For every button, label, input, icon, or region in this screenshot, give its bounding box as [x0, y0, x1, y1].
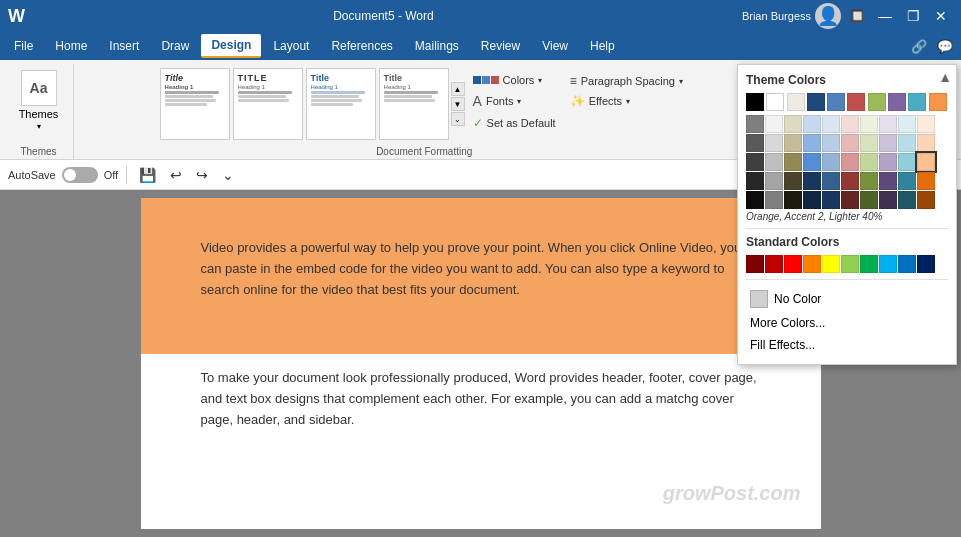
- shade-1-5[interactable]: [746, 191, 764, 209]
- shade-7-4[interactable]: [860, 172, 878, 190]
- menu-references[interactable]: References: [321, 35, 402, 57]
- shade-2-4[interactable]: [765, 172, 783, 190]
- menu-file[interactable]: File: [4, 35, 43, 57]
- share-btn[interactable]: 🔗: [907, 34, 931, 58]
- scroll-more-btn[interactable]: ⌄: [451, 112, 465, 126]
- color-cell-cream[interactable]: [787, 93, 805, 111]
- menu-help[interactable]: Help: [580, 35, 625, 57]
- shade-6-3[interactable]: [841, 153, 859, 171]
- colors-button[interactable]: Colors ▾: [467, 72, 562, 88]
- shade-3-3[interactable]: [784, 153, 802, 171]
- std-color-9[interactable]: [898, 255, 916, 273]
- shade-2-1[interactable]: [765, 115, 783, 133]
- save-btn[interactable]: 💾: [135, 165, 160, 185]
- shade-6-2[interactable]: [841, 134, 859, 152]
- std-color-6[interactable]: [841, 255, 859, 273]
- close-dropdown-icon[interactable]: ▲: [938, 69, 952, 85]
- shade-7-3[interactable]: [860, 153, 878, 171]
- more-colors-button[interactable]: More Colors...: [746, 312, 948, 334]
- shade-4-2[interactable]: [803, 134, 821, 152]
- shade-8-2[interactable]: [879, 134, 897, 152]
- shade-9-1[interactable]: [898, 115, 916, 133]
- shade-9-2[interactable]: [898, 134, 916, 152]
- doc-thumb-1[interactable]: Title Heading 1: [160, 68, 230, 140]
- shade-10-2[interactable]: [917, 134, 935, 152]
- shade-1-4[interactable]: [746, 172, 764, 190]
- std-color-8[interactable]: [879, 255, 897, 273]
- menu-home[interactable]: Home: [45, 35, 97, 57]
- shade-10-5[interactable]: [917, 191, 935, 209]
- std-color-5[interactable]: [822, 255, 840, 273]
- autosave-toggle[interactable]: [62, 167, 98, 183]
- std-color-3[interactable]: [784, 255, 802, 273]
- shade-10-4[interactable]: [917, 172, 935, 190]
- menu-insert[interactable]: Insert: [99, 35, 149, 57]
- shade-1-3[interactable]: [746, 153, 764, 171]
- effects-button[interactable]: ✨ Effects ▾: [564, 92, 689, 110]
- shade-8-1[interactable]: [879, 115, 897, 133]
- restore-btn[interactable]: ❐: [901, 4, 925, 28]
- color-cell-navy[interactable]: [807, 93, 825, 111]
- menu-layout[interactable]: Layout: [263, 35, 319, 57]
- no-color-button[interactable]: No Color: [746, 286, 948, 312]
- shade-5-4[interactable]: [822, 172, 840, 190]
- shade-5-3[interactable]: [822, 153, 840, 171]
- more-btn[interactable]: ⌄: [218, 165, 238, 185]
- shade-2-3[interactable]: [765, 153, 783, 171]
- shade-4-5[interactable]: [803, 191, 821, 209]
- shade-7-2[interactable]: [860, 134, 878, 152]
- doc-thumb-4[interactable]: Title Heading 1: [379, 68, 449, 140]
- std-color-1[interactable]: [746, 255, 764, 273]
- shade-5-5[interactable]: [822, 191, 840, 209]
- scroll-down-btn[interactable]: ▼: [451, 97, 465, 111]
- std-color-4[interactable]: [803, 255, 821, 273]
- menu-view[interactable]: View: [532, 35, 578, 57]
- fill-effects-button[interactable]: Fill Effects...: [746, 334, 948, 356]
- shade-2-2[interactable]: [765, 134, 783, 152]
- shade-5-2[interactable]: [822, 134, 840, 152]
- undo-btn[interactable]: ↩: [166, 165, 186, 185]
- shade-9-4[interactable]: [898, 172, 916, 190]
- std-color-7[interactable]: [860, 255, 878, 273]
- color-cell-black[interactable]: [746, 93, 764, 111]
- doc-thumb-2[interactable]: TITLE Heading 1: [233, 68, 303, 140]
- shade-6-4[interactable]: [841, 172, 859, 190]
- color-cell-orange-base[interactable]: [929, 93, 947, 111]
- shade-4-1[interactable]: [803, 115, 821, 133]
- menu-design[interactable]: Design: [201, 34, 261, 58]
- shade-8-4[interactable]: [879, 172, 897, 190]
- close-btn[interactable]: ✕: [929, 4, 953, 28]
- color-cell-green[interactable]: [868, 93, 886, 111]
- shade-1-1[interactable]: [746, 115, 764, 133]
- shade-5-1[interactable]: [822, 115, 840, 133]
- color-cell-red[interactable]: [847, 93, 865, 111]
- redo-btn[interactable]: ↪: [192, 165, 212, 185]
- set-as-default-button[interactable]: ✓ Set as Default: [467, 114, 562, 132]
- std-color-10[interactable]: [917, 255, 935, 273]
- shade-8-5[interactable]: [879, 191, 897, 209]
- menu-review[interactable]: Review: [471, 35, 530, 57]
- shade-3-1[interactable]: [784, 115, 802, 133]
- paragraph-spacing-button[interactable]: ≡ Paragraph Spacing ▾: [564, 72, 689, 90]
- shade-7-5[interactable]: [860, 191, 878, 209]
- shade-10-3[interactable]: [917, 153, 935, 171]
- shade-9-3[interactable]: [898, 153, 916, 171]
- shade-4-3[interactable]: [803, 153, 821, 171]
- shade-6-1[interactable]: [841, 115, 859, 133]
- shade-7-1[interactable]: [860, 115, 878, 133]
- std-color-2[interactable]: [765, 255, 783, 273]
- shade-2-5[interactable]: [765, 191, 783, 209]
- shade-8-3[interactable]: [879, 153, 897, 171]
- shade-1-2[interactable]: [746, 134, 764, 152]
- scroll-up-btn[interactable]: ▲: [451, 82, 465, 96]
- shade-10-1[interactable]: [917, 115, 935, 133]
- menu-mailings[interactable]: Mailings: [405, 35, 469, 57]
- color-cell-purple[interactable]: [888, 93, 906, 111]
- minimize-btn[interactable]: —: [873, 4, 897, 28]
- color-cell-teal[interactable]: [908, 93, 926, 111]
- shade-3-4[interactable]: [784, 172, 802, 190]
- color-cell-blue[interactable]: [827, 93, 845, 111]
- shade-3-2[interactable]: [784, 134, 802, 152]
- shade-4-4[interactable]: [803, 172, 821, 190]
- shade-3-5[interactable]: [784, 191, 802, 209]
